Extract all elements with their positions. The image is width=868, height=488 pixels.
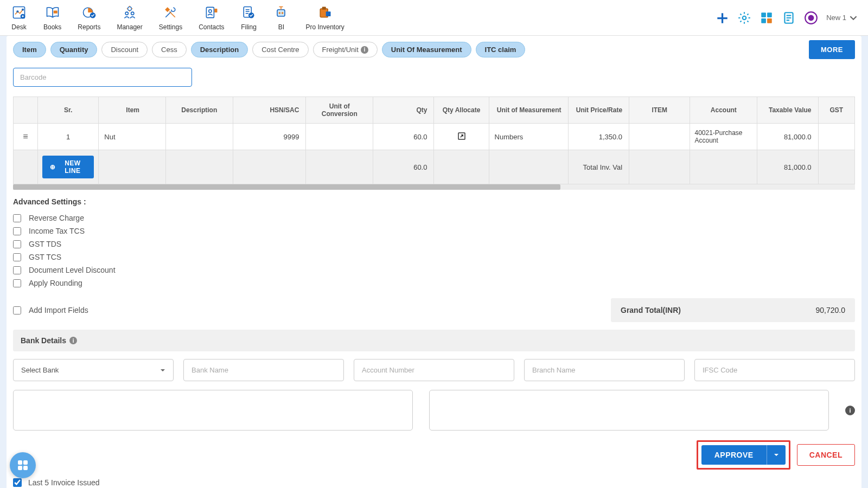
income-tax-tcs-checkbox[interactable] — [13, 227, 21, 235]
cancel-button[interactable]: CANCEL — [797, 444, 855, 466]
calculator-icon[interactable] — [760, 11, 774, 25]
horizontal-scrollbar[interactable] — [13, 184, 855, 190]
barcode-input[interactable] — [13, 68, 192, 87]
checkbox-apply-rounding[interactable]: Apply Rounding — [13, 277, 855, 290]
nav-inventory[interactable]: Pro Inventory — [305, 4, 344, 31]
last5-section: Last 5 Invoice Issued Number Date Due Da… — [13, 478, 855, 488]
nav-desk[interactable]: Desk — [11, 4, 27, 31]
chip-freight[interactable]: Freight/Uniti — [313, 42, 378, 57]
select-bank-dropdown[interactable]: Select Bank — [13, 359, 174, 381]
cell-description[interactable] — [165, 124, 233, 150]
svg-point-9 — [128, 7, 132, 11]
cell-uom[interactable]: Numbers — [489, 124, 568, 150]
cell-uoc[interactable] — [306, 124, 373, 150]
nav-bi[interactable]: BI — [273, 4, 289, 31]
th-taxval: Taxable Value — [757, 97, 818, 124]
doc-discount-checkbox[interactable] — [13, 266, 21, 274]
cell-hsn[interactable]: 9999 — [233, 124, 306, 150]
cell-itemcol[interactable] — [629, 124, 690, 150]
th-qty-allocate: Qty Allocate — [434, 97, 489, 124]
info-icon[interactable]: i — [845, 406, 855, 415]
checkbox-import-fields[interactable]: Add Import Fields — [13, 304, 417, 317]
last5-checkbox-row[interactable]: Last 5 Invoice Issued — [13, 478, 855, 487]
chip-description[interactable]: Description — [191, 42, 248, 57]
last5-checkbox[interactable] — [13, 478, 22, 487]
bank-details-section: Bank Details i Select Bank i — [13, 330, 855, 431]
chip-discount[interactable]: Discount — [101, 42, 148, 57]
th-itemcol: ITEM — [629, 97, 690, 124]
nav-books-label: Books — [43, 23, 61, 31]
chip-itc[interactable]: ITC claim — [476, 42, 526, 57]
bank-details-header: Bank Details i — [13, 330, 855, 351]
checkbox-reverse-charge[interactable]: Reverse Charge — [13, 211, 855, 224]
chip-quantity[interactable]: Quantity — [50, 42, 98, 57]
totals-label: Total Inv. Val — [568, 150, 629, 184]
nav-settings[interactable]: Settings — [159, 4, 182, 31]
grand-total-row: Add Import Fields Grand Total(INR) 90,72… — [13, 298, 855, 322]
nav-books[interactable]: Books — [43, 4, 61, 31]
chip-uom[interactable]: Unit Of Measurement — [382, 42, 471, 57]
svg-rect-32 — [18, 466, 22, 470]
open-external-icon — [457, 131, 467, 141]
new-dropdown[interactable]: New 1 — [826, 14, 857, 22]
approve-dropdown-button[interactable] — [767, 445, 786, 465]
svg-point-11 — [209, 10, 212, 12]
drag-handle-icon[interactable]: ≡ — [23, 132, 28, 141]
table-row[interactable]: ≡ 1 Nut 9999 60.0 Numbers 1,350.0 40021-… — [14, 124, 855, 150]
branch-name-input[interactable] — [524, 359, 685, 381]
totals-taxval: 81,000.0 — [757, 150, 818, 184]
advanced-settings-section: Advanced Settings : Reverse Charge Incom… — [13, 190, 855, 293]
more-button[interactable]: MORE — [809, 40, 855, 59]
account-number-input[interactable] — [354, 359, 514, 381]
cell-item[interactable]: Nut — [99, 124, 166, 150]
reverse-charge-checkbox[interactable] — [13, 214, 21, 222]
svg-rect-23 — [767, 12, 772, 17]
checkbox-doc-discount[interactable]: Document Level Discount — [13, 264, 855, 277]
top-navigation: Desk Books Reports Manager Settings Cont… — [0, 0, 868, 36]
cell-price[interactable]: 1,350.0 — [568, 124, 629, 150]
cell-qty-allocate[interactable] — [434, 124, 489, 150]
bank-inputs-row: Select Bank — [13, 359, 855, 381]
svg-point-1 — [17, 11, 18, 12]
fab-button[interactable] — [10, 452, 36, 478]
cell-account[interactable]: 40021-Purchase Account — [690, 124, 757, 150]
plus-icon[interactable] — [715, 11, 729, 25]
notes-textarea-left[interactable] — [13, 390, 413, 431]
checkbox-gst-tcs[interactable]: GST TCS — [13, 251, 855, 264]
chip-cess[interactable]: Cess — [152, 42, 187, 57]
ifsc-code-input[interactable] — [694, 359, 855, 381]
cell-gst[interactable] — [818, 124, 855, 150]
notes-textarea-right[interactable] — [429, 390, 829, 431]
badge-icon[interactable] — [804, 11, 818, 25]
advanced-settings-title: Advanced Settings : — [13, 197, 855, 206]
apply-rounding-checkbox[interactable] — [13, 279, 21, 287]
nav-bi-label: BI — [278, 23, 284, 31]
gst-tcs-checkbox[interactable] — [13, 253, 21, 261]
clipboard-icon[interactable] — [782, 11, 796, 25]
chip-item[interactable]: Item — [13, 42, 46, 57]
gear-icon[interactable] — [737, 11, 751, 25]
th-description: Description — [165, 97, 233, 124]
nav-filing[interactable]: Filing — [240, 4, 257, 31]
nav-reports[interactable]: Reports — [78, 4, 100, 31]
line-items-table: Sr. Item Description HSN/SAC Unit of Con… — [13, 97, 855, 184]
nav-desk-label: Desk — [11, 23, 26, 31]
cell-sr: 1 — [37, 124, 98, 150]
svg-point-17 — [282, 12, 284, 14]
new-line-button[interactable]: ⊕NEW LINE — [42, 156, 94, 178]
info-icon[interactable]: i — [69, 337, 77, 344]
chip-cost-centre[interactable]: Cost Centre — [252, 42, 308, 57]
main-content: Item Quantity Discount Cess Description … — [7, 36, 861, 488]
approve-button[interactable]: APPROVE — [701, 445, 767, 465]
checkbox-income-tax-tcs[interactable]: Income Tax TCS — [13, 224, 855, 237]
bank-name-input[interactable] — [183, 359, 344, 381]
nav-contacts[interactable]: Contacts — [199, 4, 224, 31]
caret-down-icon — [774, 452, 779, 458]
cell-qty[interactable]: 60.0 — [373, 124, 434, 150]
checkbox-gst-tds[interactable]: GST TDS — [13, 237, 855, 251]
grand-total-value: 90,720.0 — [816, 306, 846, 314]
gst-tds-checkbox[interactable] — [13, 240, 21, 248]
th-gst: GST — [818, 97, 855, 124]
import-fields-checkbox[interactable] — [13, 306, 21, 314]
nav-manager[interactable]: Manager — [117, 4, 142, 31]
